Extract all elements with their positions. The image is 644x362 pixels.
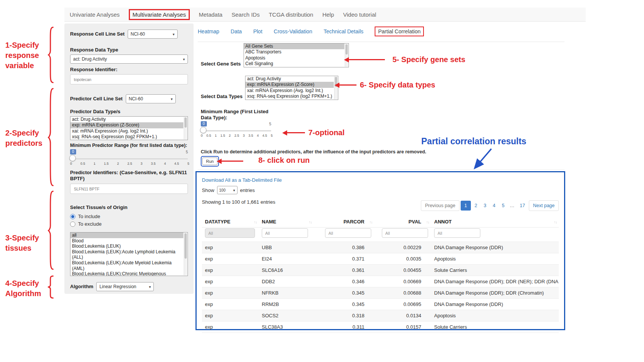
- download-tab-delimited-link[interactable]: Download All as a Tab-Delimited File: [202, 177, 282, 183]
- min-range-slider[interactable]: 0 5 0 0.5 1 1.5 2 2.5 3 3.5 4 4.5 5: [201, 121, 271, 140]
- chevron-down-icon: ▾: [171, 97, 173, 101]
- response-cell-line-set-select[interactable]: NCI-60 ▾: [128, 30, 178, 39]
- listbox-option[interactable]: act: Drug Activity: [70, 117, 183, 122]
- listbox-option[interactable]: act: Drug Activity: [245, 76, 334, 82]
- tab-plot[interactable]: Plot: [253, 28, 262, 34]
- pagination-page-1[interactable]: 1: [461, 201, 471, 211]
- cell-name: UBB: [259, 242, 314, 253]
- predictor-identifiers-input[interactable]: [70, 184, 188, 194]
- listbox-option[interactable]: Blood:Leukemia (LEUK):Acute Myeloid Leuk…: [70, 260, 183, 271]
- listbox-option[interactable]: ABC Transporters: [244, 49, 344, 55]
- tissue-listbox[interactable]: all Blood Blood:Leukemia (LEUK) Blood:Le…: [70, 232, 188, 276]
- tissue-exclude-radio[interactable]: To exclude: [70, 221, 188, 227]
- cell-annot: DNA Damage Response (DDR); DDR (Chromati…: [431, 287, 559, 299]
- slider-track[interactable]: [201, 130, 271, 131]
- min-predictor-range-slider[interactable]: 0 5 0 0.5 1 1.5 2 2.5 3 3.5 4 4.5 5: [70, 149, 188, 168]
- listbox-option[interactable]: Blood: [70, 238, 183, 244]
- listbox-option[interactable]: xsq: RNA-seq Expression (log2 FPKM+1.): [245, 94, 334, 99]
- tissue-include-radio[interactable]: To include: [70, 214, 188, 219]
- run-button[interactable]: Run: [202, 158, 217, 165]
- listbox-option-selected[interactable]: exp: mRNA Expression (Z-Score): [245, 82, 334, 87]
- gene-sets-listbox[interactable]: All Gene Sets ABC Transporters Apoptosis…: [244, 43, 349, 67]
- tab-partial-correlation[interactable]: Partial Correlation: [375, 27, 424, 36]
- listbox-option[interactable]: Blood:Leukemia (LEUK): [70, 243, 183, 249]
- response-identifier-input[interactable]: [70, 74, 188, 84]
- filter-datatype-input[interactable]: [205, 228, 255, 238]
- listbox-option[interactable]: Blood:Leukemia (LEUK):Chronic Myelogenou…: [70, 271, 183, 276]
- cell-pval: 0.0134: [374, 310, 431, 321]
- nav-multivariate-analyses[interactable]: Multivariate Analyses: [129, 9, 190, 20]
- pagination-page-5[interactable]: 5: [499, 201, 507, 211]
- listbox-option-selected[interactable]: All Gene Sets: [244, 44, 344, 49]
- column-header-parcor[interactable]: PARCOR↑↓: [314, 216, 374, 228]
- pagination-page-17[interactable]: 17: [517, 201, 528, 211]
- nav-video-tutorial[interactable]: Video tutorial: [343, 11, 376, 18]
- predictor-data-types-listbox[interactable]: act: Drug Activity exp: mRNA Expression …: [70, 116, 188, 140]
- table-header-row: DATATYPE↑↓ NAME↑↓ PARCOR↑↓ PVAL↑↓ ANNOT↑…: [202, 216, 559, 228]
- listbox-option-selected[interactable]: all: [70, 232, 183, 238]
- slider-tick: 3.5: [249, 134, 253, 137]
- listbox-option[interactable]: xsq: RNA-seq Expression (log2 FPKM+1.): [70, 134, 183, 140]
- predictor-identifiers-label: Predictor Identifiers: (Case-Sensitive, …: [70, 170, 188, 182]
- algorithm-select[interactable]: Linear Regression ▾: [96, 282, 154, 291]
- annotation-brace-3: [48, 190, 54, 271]
- scrollbar[interactable]: [184, 233, 187, 275]
- scrollbar-thumb[interactable]: [184, 233, 187, 259]
- entries-label: entries: [240, 187, 255, 193]
- column-header-name[interactable]: NAME↑↓: [259, 216, 314, 228]
- cell-datatype: exp: [202, 253, 259, 265]
- listbox-option[interactable]: xai: mRNA Expression (Avg. log2 Int.): [70, 128, 183, 134]
- data-types-listbox[interactable]: act: Drug Activity exp: mRNA Expression …: [245, 76, 338, 100]
- table-filter-row: [202, 228, 559, 242]
- listbox-option[interactable]: Blood:Leukemia (LEUK):Acute Lymphoid Leu…: [70, 249, 183, 260]
- cell-datatype: exp: [202, 321, 259, 333]
- tab-heatmap[interactable]: Heatmap: [198, 28, 219, 34]
- listbox-option[interactable]: Apoptosis: [244, 55, 344, 61]
- response-cell-line-set-row: Response Cell Line Set NCI-60 ▾: [70, 30, 188, 39]
- cell-annot: DNA Damage Response (DDR): [431, 299, 559, 310]
- slider-handle[interactable]: [69, 155, 76, 161]
- filter-parcor-input[interactable]: [325, 228, 371, 238]
- pagination-page-4[interactable]: 4: [490, 201, 498, 211]
- cell-name: SLC38A3: [259, 321, 314, 333]
- cell-datatype: exp: [202, 299, 259, 310]
- tab-cross-validation[interactable]: Cross-Validation: [274, 28, 313, 34]
- listbox-option[interactable]: xai: mRNA Expression (Avg. log2 Int.): [245, 88, 334, 94]
- column-header-datatype[interactable]: DATATYPE↑↓: [202, 216, 259, 228]
- cell-annot: Solute Carriers: [431, 321, 559, 333]
- listbox-option[interactable]: Cell Signaling: [244, 61, 344, 67]
- scrollbar[interactable]: [345, 44, 348, 67]
- min-predictor-range-label: Minimum Predictor Range (for first liste…: [70, 142, 188, 148]
- tab-data[interactable]: Data: [231, 28, 242, 34]
- radio-checked-icon: [70, 214, 75, 219]
- scrollbar-thumb[interactable]: [184, 117, 187, 128]
- slider-tick: 1.5: [220, 134, 225, 137]
- listbox-option-selected[interactable]: exp: mRNA Expression (Z-Score): [70, 122, 183, 128]
- pagination-page-2[interactable]: 2: [472, 201, 480, 211]
- nav-search-ids[interactable]: Search IDs: [231, 11, 259, 18]
- pagination-next-button[interactable]: Next page: [529, 200, 559, 211]
- pagination-page-3[interactable]: 3: [481, 201, 489, 211]
- nav-tcga-distribution[interactable]: TCGA distribution: [269, 11, 313, 18]
- scrollbar-thumb[interactable]: [345, 44, 348, 55]
- slider-handle[interactable]: [200, 127, 206, 133]
- nav-univariate-analyses[interactable]: Univariate Analyses: [70, 11, 120, 18]
- cell-pval: 0.00688: [374, 287, 431, 299]
- pagination-previous-button[interactable]: Previous page: [421, 200, 460, 211]
- tab-technical-details[interactable]: Technical Details: [324, 28, 363, 34]
- nav-help[interactable]: Help: [322, 11, 334, 18]
- scrollbar[interactable]: [334, 76, 338, 99]
- show-entries-select[interactable]: 100 ▾: [217, 186, 238, 194]
- filter-annot-input[interactable]: [434, 228, 480, 238]
- column-header-annot[interactable]: ANNOT↑↓: [431, 216, 559, 228]
- column-header-pval[interactable]: PVAL↑↓: [374, 216, 431, 228]
- cell-annot: DNA Damage Response (DDR): [431, 242, 559, 253]
- slider-track[interactable]: [70, 158, 188, 159]
- response-data-type-select[interactable]: act: Drug Activity ▾: [70, 55, 188, 64]
- filter-name-input[interactable]: [262, 228, 308, 238]
- nav-metadata[interactable]: Metadata: [199, 11, 223, 18]
- filter-pval-input[interactable]: [382, 228, 428, 238]
- sort-icon: ↑↓: [309, 220, 312, 224]
- scrollbar[interactable]: [184, 117, 187, 139]
- predictor-cell-line-set-select[interactable]: NCI-60 ▾: [126, 94, 176, 103]
